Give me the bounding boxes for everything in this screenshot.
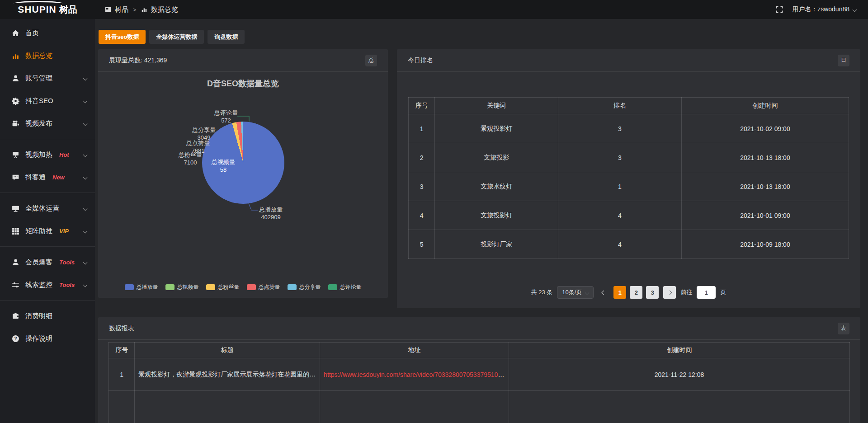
page-button-1[interactable]: 1	[613, 286, 626, 299]
sidebar-item-label: 会员爆客	[25, 258, 52, 267]
page-size-select[interactable]: 10条/页	[557, 286, 594, 299]
sidebar-item-account-manage[interactable]: 账号管理	[0, 67, 95, 89]
sidebar-item-instructions[interactable]: ?操作说明	[0, 327, 95, 350]
report-column-header: 序号	[109, 343, 135, 358]
legend-label: 总评论量	[340, 283, 362, 291]
pie-label-comments: 总评论量 572	[214, 109, 238, 124]
report-url-cell: https://www.iesdouyin.com/share/video/70…	[320, 358, 509, 391]
logo-text-cn: 树品	[59, 4, 77, 16]
ranking-panel-title: 今日排名	[408, 56, 433, 65]
day-badge-button[interactable]: 日	[838, 55, 849, 66]
chevron-down-icon	[83, 282, 88, 287]
sidebar-item-video-heat[interactable]: 视频加热Hot	[0, 143, 95, 166]
sidebar-item-label: 全媒体运营	[25, 204, 59, 213]
chevron-down-icon	[83, 152, 88, 157]
sidebar-item-consumption-detail[interactable]: 消费明细	[0, 305, 95, 327]
sidebar-item-home[interactable]: 首页	[0, 22, 95, 44]
pie-label-plays: 总播放量 402909	[259, 206, 283, 221]
breadcrumb-item-root[interactable]: 树品	[115, 5, 128, 14]
table-cell: 3	[558, 143, 682, 172]
video-link[interactable]: https://www.iesdouyin.com/share/video/70…	[324, 371, 509, 378]
table-cell: 1	[109, 358, 135, 391]
top-bar: SHUPIN 树品 树品 > 数据总览 用户名：zswodun88	[0, 0, 868, 19]
legend-item[interactable]: 总评论量	[328, 283, 362, 291]
ranking-column-header: 关键词	[435, 98, 558, 114]
question-icon: ?	[12, 335, 19, 343]
legend-item[interactable]: 总点赞量	[247, 283, 280, 291]
prev-page-button[interactable]	[598, 286, 609, 299]
table-cell: 1	[409, 114, 435, 143]
legend-item[interactable]: 总分享量	[288, 283, 321, 291]
table-cell: 3	[409, 172, 435, 201]
chevron-down-icon	[83, 76, 88, 80]
sidebar-item-matrix-boost[interactable]: 矩阵助推VIP	[0, 220, 95, 242]
sidebar-item-douyin-seo[interactable]: 抖音SEO	[0, 89, 95, 112]
ranking-table-header-row: 序号关键词排名创建时间	[409, 98, 849, 114]
chevron-down-icon	[83, 175, 88, 179]
goto-page-input[interactable]	[697, 286, 716, 299]
tab-douyin-seo-data[interactable]: 抖音seo数据	[99, 30, 146, 44]
table-row: 4文旅投影灯42021-10-01 09:00	[409, 201, 849, 230]
sidebar-item-data-overview[interactable]: 数据总览	[0, 44, 95, 67]
chevron-down-icon	[853, 7, 857, 12]
chevron-down-icon	[83, 229, 88, 233]
breadcrumb-item-current[interactable]: 数据总览	[151, 5, 178, 14]
ranking-column-header: 排名	[558, 98, 682, 114]
chevron-down-icon	[83, 121, 88, 126]
chart-legend: 总播放量总视频量总粉丝量总点赞量总分享量总评论量	[98, 283, 388, 291]
home-icon	[12, 29, 19, 37]
topbar-right: 用户名：zswodun88	[776, 5, 868, 14]
table-cell: 投影灯厂家	[435, 230, 558, 259]
breadcrumb-separator: >	[133, 6, 137, 13]
sidebar-item-douketong[interactable]: 抖客通New	[0, 166, 95, 188]
main-content: 抖音seo数据 全媒体运营数据 询盘数据 展现量总数: 421,369 总 D音…	[95, 19, 868, 423]
table-row-partial	[109, 391, 850, 423]
page-button-2[interactable]: 2	[630, 286, 642, 299]
table-badge-button[interactable]: 表	[838, 323, 849, 334]
ranking-panel-header: 今日排名 日	[397, 49, 860, 72]
sidebar-divider	[0, 300, 95, 301]
table-cell: 文旅水纹灯	[435, 172, 558, 201]
sidebar-item-media-operation[interactable]: 全媒体运营	[0, 197, 95, 220]
pie-chart-box: D音SEO数据量总览 总评论量 572 总分享量 3049	[98, 72, 388, 297]
user-menu[interactable]: 用户名：zswodun88	[792, 5, 856, 14]
legend-item[interactable]: 总播放量	[125, 283, 158, 291]
chevron-down-icon	[585, 290, 590, 295]
impressions-total-label: 展现量总数: 421,369	[109, 56, 167, 65]
sidebar-divider	[0, 139, 95, 139]
ranking-column-header: 序号	[409, 98, 435, 114]
today-ranking-panel: 今日排名 日 序号关键词排名创建时间 1景观投影灯32021-10-02 09:…	[397, 49, 860, 308]
tab-inquiry-data[interactable]: 询盘数据	[208, 30, 245, 44]
sidebar-item-label: 矩阵助推	[25, 227, 52, 235]
sidebar-item-label: 线索监控	[25, 281, 52, 289]
table-row: 3文旅水纹灯12021-10-13 18:00	[409, 172, 849, 201]
sidebar-item-clue-monitor[interactable]: 线索监控Tools	[0, 273, 95, 296]
legend-item[interactable]: 总粉丝量	[206, 283, 240, 291]
logo-arc	[14, 1, 63, 6]
chevron-down-icon	[83, 99, 88, 103]
tab-media-operation-data[interactable]: 全媒体运营数据	[149, 30, 204, 44]
table-row: 5投影灯厂家42021-10-09 18:00	[409, 230, 849, 259]
sidebar-item-label: 抖音SEO	[25, 97, 53, 105]
goto-label: 前往	[680, 288, 692, 296]
chevron-down-icon	[83, 206, 88, 211]
legend-label: 总粉丝量	[218, 283, 240, 291]
total-count-label: 共 23 条	[531, 288, 553, 296]
report-column-header: 地址	[320, 343, 509, 358]
sidebar-item-video-publish[interactable]: 视频发布	[0, 112, 95, 135]
legend-item[interactable]: 总视频量	[165, 283, 199, 291]
total-badge-button[interactable]: 总	[365, 55, 377, 66]
table-cell: 3	[558, 114, 682, 143]
data-tabs: 抖音seo数据 全媒体运营数据 询盘数据	[99, 30, 868, 44]
sidebar-item-member-burst[interactable]: 会员爆客Tools	[0, 251, 95, 273]
legend-label: 总播放量	[137, 283, 158, 291]
report-column-header: 创建时间	[509, 343, 850, 358]
table-row: 2文旅投影32021-10-13 18:00	[409, 143, 849, 172]
legend-swatch	[125, 284, 134, 290]
chart-title: D音SEO数据量总览	[98, 78, 388, 89]
fullscreen-icon[interactable]	[776, 6, 783, 13]
legend-swatch	[206, 284, 215, 290]
user-icon	[12, 75, 19, 82]
page-button-3[interactable]: 3	[646, 286, 659, 299]
next-page-button[interactable]	[663, 286, 676, 299]
